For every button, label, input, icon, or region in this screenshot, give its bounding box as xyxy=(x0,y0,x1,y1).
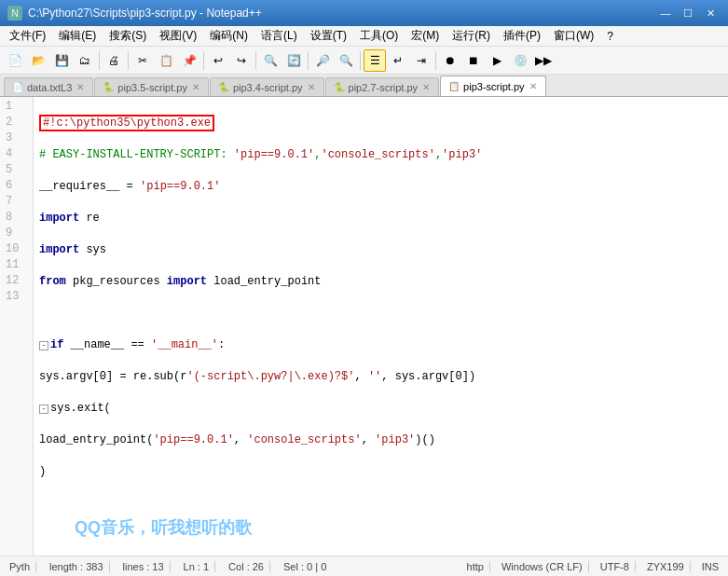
tab-bar: 📄 data.txtL3 ✕ 🐍 pip3.5-script.py ✕ 🐍 pi… xyxy=(0,75,728,97)
status-ins: INS xyxy=(696,561,724,572)
status-http: http xyxy=(461,561,490,572)
status-sel: Sel : 0 | 0 xyxy=(278,561,332,572)
code-line-11: load_entry_point('pip==9.0.1', 'console_… xyxy=(39,432,722,448)
menu-window[interactable]: 窗口(W) xyxy=(548,26,599,46)
tb-sep5 xyxy=(308,51,309,70)
status-ln: Ln : 1 xyxy=(178,561,216,572)
tab-close-data[interactable]: ✕ xyxy=(76,82,85,92)
window-controls: — ☐ ✕ xyxy=(655,5,721,21)
tab-pip27[interactable]: 🐍 pip2.7-script.py ✕ xyxy=(325,77,440,96)
tab-label-pip3: pip3-script.py xyxy=(463,81,524,92)
tb-macro-save[interactable]: 💿 xyxy=(509,49,531,72)
tb-run[interactable]: ▶▶ xyxy=(532,49,555,72)
tb-replace[interactable]: 🔄 xyxy=(282,49,305,72)
status-lines: lines : 13 xyxy=(117,561,171,572)
tb-zoomin[interactable]: 🔎 xyxy=(311,49,334,72)
tb-sep4 xyxy=(255,51,256,70)
nm-paren: ) xyxy=(39,464,46,480)
minimize-button[interactable]: — xyxy=(655,5,676,21)
code-line-13 xyxy=(39,496,722,512)
status-right: http Windows (CR LF) UTF-8 ZYX199 INS xyxy=(461,561,724,572)
tab-close-pip27[interactable]: ✕ xyxy=(421,82,431,92)
tab-icon-pip27: 🐍 xyxy=(334,82,345,92)
menu-view[interactable]: 视图(V) xyxy=(154,26,202,46)
tb-cut[interactable]: ✂ xyxy=(131,49,154,72)
tb-open[interactable]: 📂 xyxy=(27,49,49,72)
status-encoding: Windows (CR LF) xyxy=(496,561,589,572)
menu-edit[interactable]: 编辑(E) xyxy=(53,26,102,46)
nm-argv: sys.argv[0] = re.sub(r'(-script\.pyw?|\.… xyxy=(39,369,475,385)
fold-8[interactable]: - xyxy=(39,341,48,350)
menu-run[interactable]: 运行(R) xyxy=(446,26,496,46)
menu-bar: 文件(F) 编辑(E) 搜索(S) 视图(V) 编码(N) 语言(L) 设置(T… xyxy=(0,26,728,47)
code-line-8: -if __name__ == '__main__': xyxy=(39,337,722,353)
status-length: length : 383 xyxy=(44,561,110,572)
kw-if: if xyxy=(50,337,63,353)
tab-close-pip35[interactable]: ✕ xyxy=(191,82,200,92)
shebang: #!c:\python35\python3.exe xyxy=(39,115,214,131)
tb-save[interactable]: 💾 xyxy=(50,49,73,72)
menu-tools[interactable]: 工具(O) xyxy=(354,26,404,46)
status-col: Col : 26 xyxy=(223,561,270,572)
colon-8: : xyxy=(218,337,225,353)
nm-load: load_entry_point xyxy=(207,274,321,290)
tab-icon-pip3: 📋 xyxy=(448,81,460,91)
kw-import-pkg: import xyxy=(167,274,207,290)
tb-paste[interactable]: 📌 xyxy=(178,49,200,72)
code-line-1: #!c:\python35\python3.exe xyxy=(39,115,722,131)
tb-macro-play[interactable]: ▶ xyxy=(486,49,508,72)
menu-lang[interactable]: 语言(L) xyxy=(255,26,303,46)
tab-pip34[interactable]: 🐍 pip3.4-script.py ✕ xyxy=(210,77,324,96)
tb-macro-stop[interactable]: ⏹ xyxy=(462,49,485,72)
code-line-7 xyxy=(39,306,722,322)
tb-macro-rec[interactable]: ⏺ xyxy=(439,49,461,72)
code-line-5: import sys xyxy=(39,242,722,258)
tb-wrap[interactable]: ↵ xyxy=(387,49,409,72)
st-main: '__main__' xyxy=(151,337,218,353)
tb-print[interactable]: 🖨 xyxy=(103,49,125,72)
title-bar-left: N C:\Python27\Scripts\pip3-script.py - N… xyxy=(7,6,262,21)
tab-icon-pip34: 🐍 xyxy=(218,82,229,92)
tb-sep3 xyxy=(203,51,204,70)
nm-sys: sys xyxy=(79,242,106,258)
tab-data-txt[interactable]: 📄 data.txtL3 ✕ xyxy=(4,77,93,96)
menu-search[interactable]: 搜索(S) xyxy=(103,26,152,46)
code-line-4: import re xyxy=(39,211,722,226)
toolbar: 📄 📂 💾 🗂 🖨 ✂ 📋 📌 ↩ ↪ 🔍 🔄 🔎 🔍 ☰ ↵ ⇥ ⏺ ⏹ ▶ … xyxy=(0,47,728,75)
tb-find[interactable]: 🔍 xyxy=(259,49,282,72)
menu-encode[interactable]: 编码(N) xyxy=(204,26,254,46)
status-ime: ZYX199 xyxy=(641,561,691,572)
fold-10[interactable]: - xyxy=(39,405,48,414)
kw-import-re: import xyxy=(39,211,79,226)
tb-undo[interactable]: ↩ xyxy=(207,49,229,72)
menu-help[interactable]: ? xyxy=(601,28,619,45)
close-button[interactable]: ✕ xyxy=(700,5,721,21)
menu-file[interactable]: 文件(F) xyxy=(4,26,51,46)
tb-sep6 xyxy=(360,51,361,70)
status-bar: Pyth length : 383 lines : 13 Ln : 1 Col … xyxy=(0,555,728,576)
tb-highlight[interactable]: ☰ xyxy=(364,49,386,72)
code-editor[interactable]: #!c:\python35\python3.exe # EASY-INSTALL… xyxy=(34,97,728,555)
tb-sep2 xyxy=(128,51,129,70)
tab-close-pip34[interactable]: ✕ xyxy=(307,82,316,92)
tb-saveall[interactable]: 🗂 xyxy=(74,49,96,72)
code-line-9: sys.argv[0] = re.sub(r'(-script\.pyw?|\.… xyxy=(39,369,722,385)
tab-icon-data: 📄 xyxy=(12,82,23,92)
tb-indent[interactable]: ⇥ xyxy=(410,49,433,72)
menu-plugins[interactable]: 插件(P) xyxy=(498,26,546,46)
tab-pip3[interactable]: 📋 pip3-script.py ✕ xyxy=(440,75,545,96)
tab-close-pip3[interactable]: ✕ xyxy=(529,81,538,91)
menu-settings[interactable]: 设置(T) xyxy=(305,26,352,46)
status-left: Pyth length : 383 lines : 13 Ln : 1 Col … xyxy=(4,561,332,572)
title-bar: N C:\Python27\Scripts\pip3-script.py - N… xyxy=(0,0,728,26)
tab-label-data: data.txtL3 xyxy=(27,82,72,93)
tab-pip35[interactable]: 🐍 pip3.5-script.py ✕ xyxy=(94,77,209,96)
tb-new[interactable]: 📄 xyxy=(4,49,26,72)
tb-copy[interactable]: 📋 xyxy=(155,49,177,72)
maximize-button[interactable]: ☐ xyxy=(678,5,698,21)
tb-sep7 xyxy=(435,51,436,70)
code-line-2: # EASY-INSTALL-ENTRY-SCRIPT: 'pip==9.0.1… xyxy=(39,147,722,163)
tb-redo[interactable]: ↪ xyxy=(230,49,253,72)
menu-macro[interactable]: 宏(M) xyxy=(405,26,445,46)
tb-zoomout[interactable]: 🔍 xyxy=(335,49,357,72)
